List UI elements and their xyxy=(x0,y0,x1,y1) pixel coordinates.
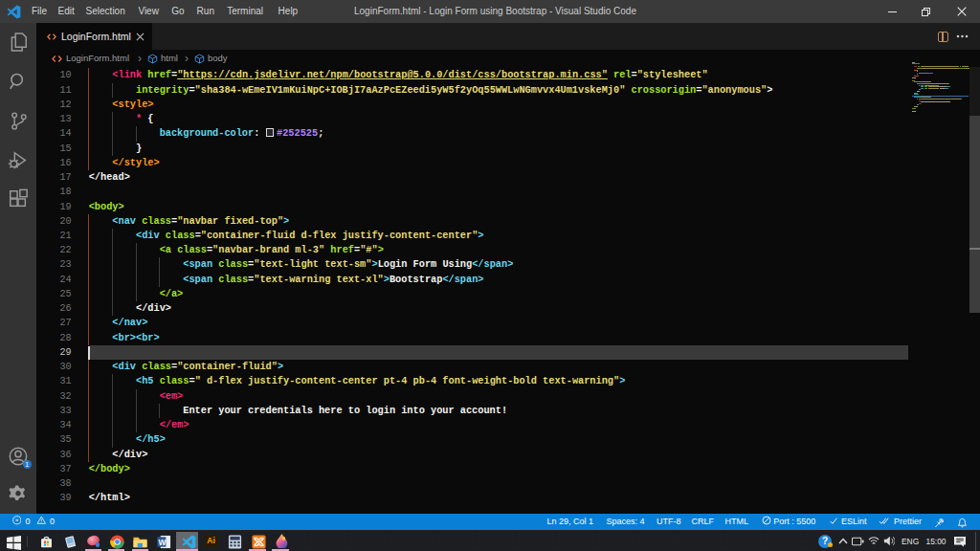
svg-text:W: W xyxy=(159,538,167,547)
